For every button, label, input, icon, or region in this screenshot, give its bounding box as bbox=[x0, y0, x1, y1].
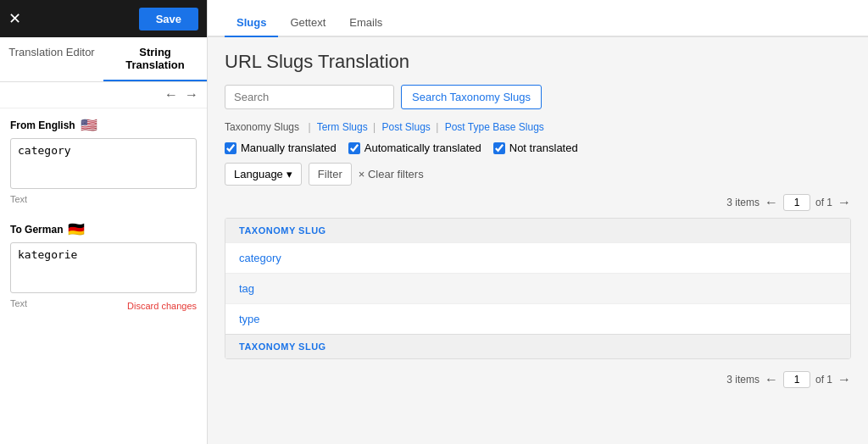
filter-links-prefix: Taxonomy Slugs bbox=[225, 121, 299, 133]
from-label-text: From English bbox=[10, 119, 75, 131]
sidebar-nav: ← → bbox=[0, 82, 207, 108]
checkbox-row: Manually translated Automatically transl… bbox=[225, 142, 851, 154]
from-label: From English 🇺🇸 bbox=[10, 117, 197, 133]
from-flag: 🇺🇸 bbox=[81, 117, 97, 133]
sidebar-header: ✕ Save bbox=[0, 0, 207, 37]
tab-slugs[interactable]: Slugs bbox=[225, 9, 278, 37]
chevron-down-icon: ▾ bbox=[287, 168, 292, 180]
from-text-label: Text bbox=[10, 194, 197, 204]
filter-links: Taxonomy Slugs | Term Slugs | Post Slugs… bbox=[225, 121, 851, 133]
term-slugs-link[interactable]: Term Slugs bbox=[317, 121, 368, 133]
post-type-base-slugs-link[interactable]: Post Type Base Slugs bbox=[445, 121, 544, 133]
prev-page-top[interactable]: ← bbox=[765, 195, 778, 210]
tab-string-translation[interactable]: String Translation bbox=[103, 37, 207, 81]
discard-changes-link[interactable]: Discard changes bbox=[127, 301, 197, 311]
save-button[interactable]: Save bbox=[139, 8, 198, 31]
automatically-translated-checkbox[interactable]: Automatically translated bbox=[348, 142, 481, 154]
table-footer: TAXONOMY SLUG bbox=[225, 334, 850, 358]
next-page-top[interactable]: → bbox=[837, 195, 851, 210]
table-container: TAXONOMY SLUG category tag type TAXONOMY… bbox=[225, 218, 851, 359]
page-title: URL Slugs Translation bbox=[225, 51, 851, 73]
close-icon[interactable]: ✕ bbox=[8, 11, 21, 26]
to-text-label: Text Discard changes bbox=[10, 298, 197, 308]
next-page-bottom[interactable]: → bbox=[837, 372, 851, 387]
search-row: Search Taxonomy Slugs bbox=[225, 85, 851, 109]
from-section: From English 🇺🇸 Text bbox=[0, 108, 207, 213]
of-label-bottom: of 1 bbox=[815, 374, 832, 386]
nav-back-icon[interactable]: ← bbox=[164, 87, 178, 103]
items-count-top: 3 items bbox=[726, 197, 760, 208]
items-count-bottom: 3 items bbox=[726, 374, 760, 386]
post-slugs-link[interactable]: Post Slugs bbox=[381, 121, 430, 133]
to-label-text: To German bbox=[10, 224, 63, 236]
not-translated-checkbox[interactable]: Not translated bbox=[493, 142, 578, 154]
tab-emails[interactable]: Emails bbox=[337, 9, 394, 37]
page-number-top[interactable] bbox=[783, 194, 810, 211]
table-header: TAXONOMY SLUG bbox=[225, 219, 850, 242]
sidebar: ✕ Save Translation Editor String Transla… bbox=[0, 0, 208, 444]
page-number-bottom[interactable] bbox=[783, 371, 810, 388]
controls-row: Language ▾ Filter × Clear filters bbox=[225, 163, 851, 186]
filter-button[interactable]: Filter bbox=[309, 163, 352, 186]
table-row[interactable]: tag bbox=[225, 273, 850, 303]
table-row[interactable]: type bbox=[225, 303, 850, 334]
from-text-area[interactable] bbox=[10, 138, 197, 189]
prev-page-bottom[interactable]: ← bbox=[765, 372, 778, 387]
manually-translated-checkbox[interactable]: Manually translated bbox=[225, 142, 337, 154]
table-row[interactable]: category bbox=[225, 242, 850, 273]
sidebar-tabs: Translation Editor String Translation bbox=[0, 37, 207, 82]
tab-gettext[interactable]: Gettext bbox=[278, 9, 337, 37]
search-taxonomy-button[interactable]: Search Taxonomy Slugs bbox=[401, 85, 542, 109]
to-text-area[interactable] bbox=[10, 242, 197, 293]
language-dropdown[interactable]: Language ▾ bbox=[225, 163, 302, 186]
main-tabs: Slugs Gettext Emails bbox=[208, 0, 868, 37]
of-label-top: of 1 bbox=[815, 197, 832, 208]
pagination-top: 3 items ← of 1 → bbox=[225, 194, 851, 211]
to-flag: 🇩🇪 bbox=[68, 221, 85, 237]
nav-forward-icon[interactable]: → bbox=[185, 87, 198, 103]
main-panel: Slugs Gettext Emails URL Slugs Translati… bbox=[208, 0, 868, 444]
to-section: To German 🇩🇪 Text Discard changes bbox=[0, 213, 207, 319]
tab-translation-editor[interactable]: Translation Editor bbox=[0, 37, 103, 81]
main-content: URL Slugs Translation Search Taxonomy Sl… bbox=[208, 37, 868, 444]
search-input[interactable] bbox=[225, 85, 394, 109]
to-label: To German 🇩🇪 bbox=[10, 221, 197, 237]
pagination-bottom: 3 items ← of 1 → bbox=[225, 371, 851, 388]
clear-filters-link[interactable]: × Clear filters bbox=[359, 168, 424, 180]
